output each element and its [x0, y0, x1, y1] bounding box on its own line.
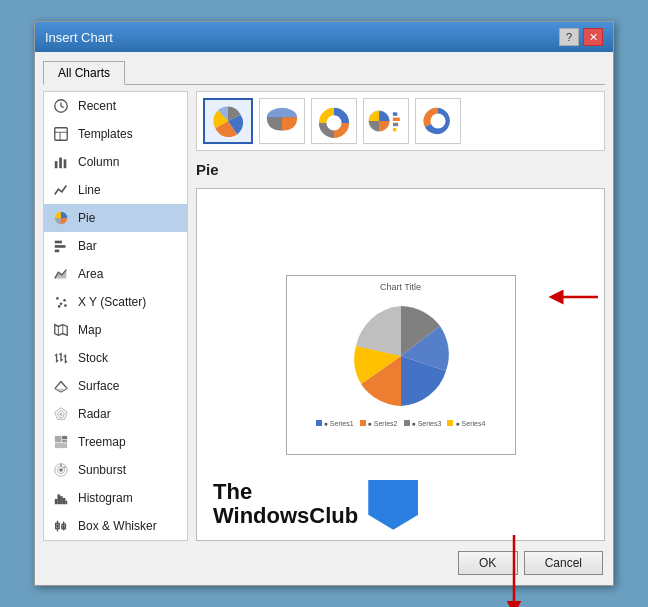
sidebar-item-recent[interactable]: Recent — [44, 92, 187, 120]
sidebar-item-surface[interactable]: Surface — [44, 372, 187, 400]
preview-legend: ● Series1 ● Series2 ● Series3 — [316, 420, 486, 427]
sidebar-label-templates: Templates — [78, 127, 133, 141]
arrow-right-indicator — [548, 277, 608, 317]
dialog-title: Insert Chart — [45, 30, 113, 45]
title-bar-controls: ? ✕ — [559, 28, 603, 46]
sidebar-label-pie: Pie — [78, 211, 95, 225]
pie-chart-icon — [52, 209, 70, 227]
sidebar-item-stock[interactable]: Stock — [44, 344, 187, 372]
ok-button[interactable]: OK — [458, 551, 518, 575]
line-chart-icon — [52, 181, 70, 199]
sidebar-item-area[interactable]: Area — [44, 260, 187, 288]
area-icon — [52, 265, 70, 283]
svg-point-15 — [64, 304, 67, 307]
svg-rect-64 — [393, 112, 397, 115]
radar-icon — [52, 405, 70, 423]
sunburst-icon — [52, 461, 70, 479]
stock-icon — [52, 349, 70, 367]
sidebar-item-radar[interactable]: Radar — [44, 400, 187, 428]
scatter-icon — [52, 293, 70, 311]
preview-pie-svg — [326, 296, 476, 416]
chart-type-pie[interactable] — [203, 98, 253, 144]
chart-preview: Chart Title — [196, 188, 605, 541]
sidebar-item-scatter[interactable]: X Y (Scatter) — [44, 288, 187, 316]
svg-rect-6 — [64, 159, 67, 168]
watermark-logo — [368, 480, 418, 530]
svg-point-11 — [56, 297, 59, 300]
svg-line-39 — [64, 466, 66, 468]
legend-item-2: ● Series2 — [360, 420, 398, 427]
svg-rect-7 — [55, 241, 62, 244]
sidebar-item-templates[interactable]: Templates — [44, 120, 187, 148]
sidebar-label-treemap: Treemap — [78, 435, 126, 449]
sidebar-item-pie[interactable]: Pie — [44, 204, 187, 232]
right-panel: Pie Chart Title — [196, 91, 605, 541]
sidebar-item-waterfall[interactable]: Waterfall — [44, 540, 187, 541]
svg-point-69 — [430, 113, 445, 128]
watermark-line2: WindowsClub — [213, 504, 358, 528]
chart-type-3dpie[interactable] — [259, 98, 305, 144]
recent-icon — [52, 97, 70, 115]
svg-marker-30 — [59, 412, 63, 416]
sidebar-item-bar[interactable]: Bar — [44, 232, 187, 260]
tab-bar: All Charts — [43, 60, 605, 85]
svg-rect-4 — [55, 161, 58, 168]
bar-icon — [52, 237, 70, 255]
sidebar-label-stock: Stock — [78, 351, 108, 365]
templates-icon — [52, 125, 70, 143]
surface-icon — [52, 377, 70, 395]
sidebar-item-histogram[interactable]: Histogram — [44, 484, 187, 512]
chart-type-pieofpie[interactable] — [415, 98, 461, 144]
sidebar-label-sunburst: Sunburst — [78, 463, 126, 477]
sidebar-item-treemap[interactable]: Treemap — [44, 428, 187, 456]
svg-rect-67 — [393, 128, 396, 131]
sidebar-label-map: Map — [78, 323, 101, 337]
tab-all-charts[interactable]: All Charts — [43, 61, 125, 85]
sidebar-label-boxwhisker: Box & Whisker — [78, 519, 157, 533]
chart-section-title: Pie — [196, 159, 605, 180]
svg-rect-43 — [63, 498, 66, 504]
svg-rect-40 — [55, 499, 58, 504]
svg-rect-65 — [393, 118, 400, 121]
sidebar-label-surface: Surface — [78, 379, 119, 393]
watermark-line1: The — [213, 480, 252, 504]
svg-rect-5 — [59, 158, 62, 169]
svg-rect-44 — [65, 501, 67, 505]
boxwhisker-icon — [52, 517, 70, 535]
legend-item-4: ● Series4 — [447, 420, 485, 427]
close-button[interactable]: ✕ — [583, 28, 603, 46]
svg-rect-41 — [57, 494, 60, 504]
sidebar-item-map[interactable]: Map — [44, 316, 187, 344]
sidebar-label-line: Line — [78, 183, 101, 197]
insert-chart-dialog: Insert Chart ? ✕ All Charts Recent — [34, 21, 614, 586]
sidebar-item-line[interactable]: Line — [44, 176, 187, 204]
treemap-icon — [52, 433, 70, 451]
cancel-button[interactable]: Cancel — [524, 551, 603, 575]
map-icon — [52, 321, 70, 339]
chart-type-donut[interactable] — [311, 98, 357, 144]
svg-rect-9 — [55, 250, 59, 253]
legend-item-1: ● Series1 — [316, 420, 354, 427]
title-bar: Insert Chart ? ✕ — [35, 22, 613, 52]
svg-point-37 — [59, 468, 63, 472]
sidebar-item-boxwhisker[interactable]: Box & Whisker — [44, 512, 187, 540]
sidebar: Recent Templates Column — [43, 91, 188, 541]
column-icon — [52, 153, 70, 171]
svg-rect-66 — [393, 123, 398, 126]
sidebar-label-histogram: Histogram — [78, 491, 133, 505]
chart-type-barofpie[interactable] — [363, 98, 409, 144]
sidebar-label-recent: Recent — [78, 99, 116, 113]
sidebar-label-radar: Radar — [78, 407, 111, 421]
svg-rect-31 — [55, 436, 62, 443]
help-button[interactable]: ? — [559, 28, 579, 46]
svg-rect-42 — [60, 496, 63, 504]
legend-item-3: ● Series3 — [404, 420, 442, 427]
svg-point-12 — [60, 302, 63, 305]
sidebar-item-column[interactable]: Column — [44, 148, 187, 176]
sidebar-label-area: Area — [78, 267, 103, 281]
preview-inner: Chart Title — [286, 275, 516, 455]
sidebar-item-sunburst[interactable]: Sunburst — [44, 456, 187, 484]
histogram-icon — [52, 489, 70, 507]
footer-buttons: OK Cancel — [43, 547, 605, 577]
sidebar-label-scatter: X Y (Scatter) — [78, 295, 146, 309]
